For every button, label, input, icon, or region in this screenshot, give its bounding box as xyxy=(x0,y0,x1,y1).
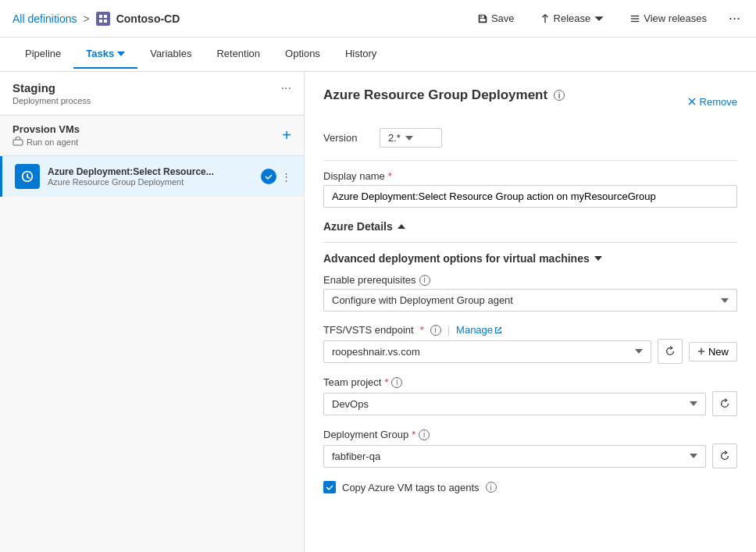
save-label: Save xyxy=(491,12,515,24)
breadcrumb: All definitions > Contoso-CD xyxy=(12,12,471,26)
tfs-field: TFS/VSTS endpoint * i | Manage roopeshna… xyxy=(323,324,737,364)
main-content: Staging Deployment process ··· Provsion … xyxy=(0,72,756,552)
tab-variables[interactable]: Variables xyxy=(137,40,204,69)
team-project-label: Team project * i xyxy=(323,376,737,388)
enable-prereq-value: Configure with Deployment Group agent xyxy=(332,294,721,306)
provision-header: Provsion VMs Run on agent + xyxy=(0,116,304,156)
stage-more-button[interactable]: ··· xyxy=(281,81,291,95)
tfs-required: * xyxy=(420,324,424,336)
svg-line-13 xyxy=(497,327,501,330)
enable-prereq-select[interactable]: Configure with Deployment Group agent xyxy=(323,289,737,312)
version-row: Version 2.* xyxy=(323,128,737,148)
divider-1 xyxy=(323,160,737,161)
release-button[interactable]: Release xyxy=(533,9,612,27)
add-task-button[interactable]: + xyxy=(282,126,291,144)
task-content: Azure Deployment:Select Resource... Azur… xyxy=(48,166,253,187)
deployment-group-refresh-button[interactable] xyxy=(712,443,737,468)
manage-link[interactable]: Manage xyxy=(456,324,502,336)
tab-retention[interactable]: Retention xyxy=(204,40,273,69)
version-value: 2.* xyxy=(388,132,401,144)
breadcrumb-sep: > xyxy=(84,12,90,25)
team-project-info-icon[interactable]: i xyxy=(391,377,402,388)
title-info-icon[interactable]: i xyxy=(554,90,565,101)
release-label: Release xyxy=(554,12,591,24)
svg-rect-10 xyxy=(13,140,23,145)
tfs-refresh-button[interactable] xyxy=(658,339,683,364)
task-name: Azure Deployment:Select Resource... xyxy=(48,166,253,177)
task-icon xyxy=(15,164,40,189)
tfs-info-icon[interactable]: i xyxy=(430,325,441,336)
copy-tags-checkbox[interactable] xyxy=(323,481,336,493)
svg-rect-1 xyxy=(104,15,107,18)
more-options-button[interactable]: ··· xyxy=(726,7,744,30)
version-label: Version xyxy=(323,132,370,144)
display-name-input[interactable] xyxy=(323,185,737,208)
copy-tags-info-icon[interactable]: i xyxy=(486,482,497,493)
view-releases-label: View releases xyxy=(644,12,707,24)
tfs-new-button[interactable]: New xyxy=(689,342,737,361)
tfs-select[interactable]: roopeshnair.vs.com xyxy=(323,340,651,363)
tfs-label-row: TFS/VSTS endpoint * i | Manage xyxy=(323,324,737,336)
tfs-value: roopeshnair.vs.com xyxy=(332,346,635,358)
team-project-row: DevOps xyxy=(323,391,737,416)
provision-subtitle: Run on agent xyxy=(12,137,80,148)
deployment-group-info-icon[interactable]: i xyxy=(419,429,430,440)
stage-info: Staging Deployment process xyxy=(12,81,91,105)
tab-tasks[interactable]: Tasks xyxy=(73,40,137,69)
svg-rect-3 xyxy=(104,20,107,23)
tfs-label: TFS/VSTS endpoint xyxy=(323,324,414,336)
deployment-group-label: Deployment Group * i xyxy=(323,429,737,440)
version-select[interactable]: 2.* xyxy=(380,128,442,148)
azure-details-header[interactable]: Azure Details xyxy=(323,220,737,233)
tab-options[interactable]: Options xyxy=(273,40,333,69)
right-panel: Azure Resource Group Deployment i Remove… xyxy=(305,72,756,552)
team-project-refresh-button[interactable] xyxy=(712,391,737,416)
prereq-info-icon[interactable]: i xyxy=(419,275,430,286)
display-name-label: Display name * xyxy=(323,170,737,182)
svg-rect-2 xyxy=(99,20,102,23)
team-project-required: * xyxy=(384,376,388,388)
view-releases-button[interactable]: View releases xyxy=(623,9,713,27)
left-panel: Staging Deployment process ··· Provsion … xyxy=(0,72,305,552)
header-actions: Save Release View releases ··· xyxy=(471,7,744,30)
svg-rect-0 xyxy=(99,15,102,18)
save-button[interactable]: Save xyxy=(471,9,521,27)
project-icon xyxy=(96,12,110,26)
display-name-field: Display name * xyxy=(323,170,737,208)
deployment-group-row: fabfiber-qa xyxy=(323,443,737,468)
remove-button[interactable]: Remove xyxy=(687,96,737,108)
project-name: Contoso-CD xyxy=(116,12,180,25)
team-project-value: DevOps xyxy=(332,398,690,410)
team-project-field: Team project * i DevOps xyxy=(323,376,737,416)
task-check-icon xyxy=(261,169,276,184)
deployment-group-required: * xyxy=(412,429,415,440)
task-dots-button[interactable]: ⋮ xyxy=(281,171,291,183)
tab-pipeline[interactable]: Pipeline xyxy=(12,40,73,69)
tab-history[interactable]: History xyxy=(333,40,389,69)
copy-tags-label: Copy Azure VM tags to agents xyxy=(342,482,480,493)
provision-info: Provsion VMs Run on agent xyxy=(12,123,80,148)
tfs-row: roopeshnair.vs.com New xyxy=(323,339,737,364)
stage-header: Staging Deployment process ··· xyxy=(0,72,304,116)
deployment-group-value: fabfiber-qa xyxy=(332,451,690,462)
provision-title: Provsion VMs xyxy=(12,123,80,135)
enable-prereq-field: Enable prerequisites i Configure with De… xyxy=(323,274,737,312)
deployment-group-select[interactable]: fabfiber-qa xyxy=(323,445,706,468)
stage-title: Staging xyxy=(12,81,91,94)
task-item[interactable]: Azure Deployment:Select Resource... Azur… xyxy=(0,156,304,197)
nav-tabs: Pipeline Tasks Variables Retention Optio… xyxy=(0,37,756,72)
copy-tags-row: Copy Azure VM tags to agents i xyxy=(323,481,737,493)
advanced-header[interactable]: Advanced deployment options for virtual … xyxy=(323,252,737,265)
panel-title: Azure Resource Group Deployment i xyxy=(323,87,565,103)
task-type: Azure Resource Group Deployment xyxy=(48,177,253,187)
breadcrumb-link[interactable]: All definitions xyxy=(12,12,77,25)
stage-subtitle: Deployment process xyxy=(12,96,91,105)
app-header: All definitions > Contoso-CD Save Releas… xyxy=(0,0,756,37)
divider-2 xyxy=(323,242,737,243)
deployment-group-field: Deployment Group * i fabfiber-qa xyxy=(323,429,737,468)
enable-prereq-label: Enable prerequisites i xyxy=(323,274,737,286)
task-actions: ⋮ xyxy=(261,169,291,184)
display-name-required: * xyxy=(388,170,392,182)
team-project-select[interactable]: DevOps xyxy=(323,393,706,415)
